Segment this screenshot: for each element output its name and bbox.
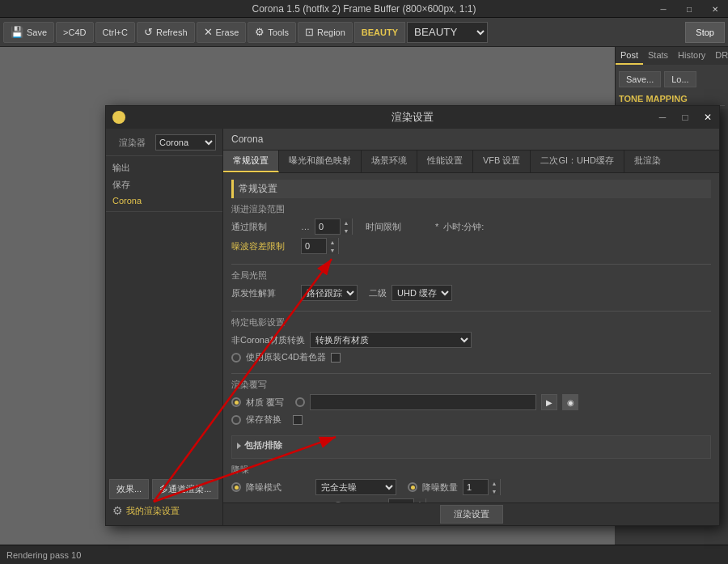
c4d-shader-checkbox[interactable] bbox=[331, 353, 341, 363]
modal-bottom-bar: 渲染设置 bbox=[223, 503, 719, 525]
minimize-button[interactable]: ─ bbox=[650, 0, 676, 18]
noise-limit-label: 噪波容差限制 bbox=[231, 240, 296, 252]
divider2 bbox=[231, 311, 711, 312]
tab-history[interactable]: History bbox=[673, 47, 710, 65]
tone-mapping-header: TONE MAPPING bbox=[619, 92, 725, 106]
save-btn[interactable]: Save... bbox=[619, 71, 661, 87]
modal-title: 渲染设置 bbox=[392, 110, 434, 125]
tab-batch[interactable]: 批渲染 bbox=[624, 151, 671, 172]
material-override-dot2[interactable] bbox=[295, 397, 305, 407]
tab-vfb[interactable]: VFB 设置 bbox=[473, 151, 531, 172]
noise-up[interactable]: ▲ bbox=[327, 238, 338, 246]
denoise-mode-row: 降噪模式 完全去噪 降噪数量 1 ▲ ▼ bbox=[231, 479, 711, 495]
modal-close[interactable]: ✕ bbox=[696, 106, 719, 129]
tab-tone-mapping[interactable]: 曝光和颜色映射 bbox=[279, 151, 362, 172]
ctrlc-button[interactable]: Ctrl+C bbox=[95, 22, 135, 43]
tools-icon: ⚙ bbox=[255, 26, 265, 38]
sidebar-item-corona[interactable]: Corona bbox=[106, 193, 222, 208]
include-exclude-header: 包括/排除 bbox=[237, 439, 705, 452]
modal-minimize[interactable]: ─ bbox=[651, 106, 674, 129]
renderer-label: 渲染器 bbox=[112, 134, 152, 151]
include-exclude-toggle[interactable] bbox=[237, 443, 241, 449]
material-override-radio[interactable] bbox=[231, 397, 241, 407]
pass-limit-title: 渐进渲染范围 bbox=[231, 203, 711, 215]
sidebar-item-save[interactable]: 保存 bbox=[106, 176, 222, 193]
render-overwrite-group: 渲染覆写 材质 覆写 ▶ ◉ 保存替换 bbox=[231, 379, 711, 426]
stop-button[interactable]: Stop bbox=[685, 22, 725, 43]
tab-uhd[interactable]: 二次GI：UHD缓存 bbox=[531, 151, 624, 172]
tab-dr[interactable]: DR bbox=[710, 47, 728, 65]
noise-arrows: ▲ ▼ bbox=[326, 238, 338, 254]
material-override-row: 材质 覆写 ▶ ◉ bbox=[231, 394, 711, 410]
beauty-dropdown[interactable]: BEAUTY bbox=[407, 22, 488, 43]
gear-icon: ⚙ bbox=[112, 504, 123, 517]
tab-stats[interactable]: Stats bbox=[643, 47, 673, 65]
noise-down[interactable]: ▼ bbox=[327, 246, 338, 254]
maximize-button[interactable]: □ bbox=[676, 0, 702, 18]
modal-title-bar: 渲染设置 ─ □ ✕ bbox=[106, 106, 719, 129]
sidebar-item-output[interactable]: 输出 bbox=[106, 159, 222, 176]
modal-controls: ─ □ ✕ bbox=[651, 106, 719, 129]
material-convert-row: 非Corona材质转换 转换所有材质 bbox=[231, 332, 711, 348]
region-button[interactable]: ⊡ Region bbox=[298, 22, 353, 43]
region-icon: ⊡ bbox=[305, 26, 314, 38]
modal-main-content: Corona 常规设置 曝光和颜色映射 场景环境 性能设置 VFB 设置 二次G… bbox=[223, 129, 719, 525]
include-exclude-title: 包括/排除 bbox=[244, 439, 282, 452]
effects-button[interactable]: 效果... bbox=[109, 479, 149, 499]
modal-body: 渲染器 Corona 输出 保存 Corona 效果... 多通道渲染... ⚙… bbox=[106, 129, 719, 525]
render-overwrite-title: 渲染覆写 bbox=[231, 379, 711, 391]
c4d-shader-label: 使用原装C4D着色器 bbox=[246, 351, 326, 363]
material-override-arrow[interactable]: ▶ bbox=[541, 394, 557, 410]
global-illumination-title: 全局光照 bbox=[231, 269, 711, 282]
primary-solver-row: 原发性解算 路径跟踪 二级 UHD 缓存 bbox=[231, 285, 711, 301]
pass-limit-spinner[interactable]: 0 ▲ ▼ bbox=[315, 218, 353, 235]
multi-pass-button[interactable]: 多通道渲染... bbox=[152, 479, 218, 499]
tab-performance[interactable]: 性能设置 bbox=[417, 151, 473, 172]
denoise-count-down[interactable]: ▼ bbox=[489, 487, 500, 495]
refresh-button[interactable]: ↺ Refresh bbox=[137, 22, 195, 43]
c4d-shader-radio[interactable] bbox=[231, 353, 241, 363]
tab-general[interactable]: 常规设置 bbox=[223, 151, 279, 172]
material-override-action[interactable]: ◉ bbox=[562, 394, 578, 410]
tools-button[interactable]: ⚙ Tools bbox=[248, 22, 296, 43]
secondary-label: 二级 bbox=[369, 287, 387, 299]
c4d-button[interactable]: >C4D bbox=[56, 22, 93, 43]
denoise-count-up[interactable]: ▲ bbox=[489, 479, 500, 487]
save-replace-checkbox[interactable] bbox=[293, 415, 303, 425]
denoising-group: 降噪 降噪模式 完全去噪 降噪数量 1 ▲ ▼ bbox=[231, 464, 711, 503]
spinner-down[interactable]: ▼ bbox=[341, 227, 352, 235]
close-button[interactable]: ✕ bbox=[702, 0, 728, 18]
denoise-count-radio[interactable] bbox=[408, 482, 417, 492]
spinner-up[interactable]: ▲ bbox=[341, 218, 352, 227]
primary-solver-select[interactable]: 路径跟踪 bbox=[301, 285, 358, 301]
denoise-mode-radio[interactable] bbox=[231, 482, 241, 492]
pass-limit-value: 0 bbox=[315, 222, 340, 231]
title-bar: Corona 1.5 (hotfix 2) Frame Buffer (800×… bbox=[0, 0, 728, 18]
time-hint: 小时:分钟: bbox=[443, 221, 484, 233]
pass-limit-label: 通过限制 bbox=[231, 221, 296, 233]
erase-button[interactable]: ✕ Erase bbox=[197, 22, 247, 43]
window-controls: ─ □ ✕ bbox=[650, 0, 728, 18]
noise-spinner[interactable]: 0 ▲ ▼ bbox=[301, 238, 339, 254]
my-settings-link[interactable]: 我的渲染设置 bbox=[126, 505, 180, 517]
load-btn[interactable]: Lo... bbox=[664, 71, 696, 87]
save-button[interactable]: 💾 Save bbox=[3, 22, 54, 43]
denoise-count-value: 1 bbox=[463, 482, 488, 492]
my-settings-row: ⚙ 我的渲染设置 bbox=[109, 503, 219, 519]
material-override-input[interactable] bbox=[310, 394, 536, 410]
render-settings-modal: 渲染设置 ─ □ ✕ 渲染器 Corona 输出 保存 Corona 效果... bbox=[105, 105, 720, 526]
renderer-select[interactable]: Corona bbox=[155, 134, 216, 151]
save-replace-radio[interactable] bbox=[231, 415, 241, 425]
render-settings-bottom-btn[interactable]: 渲染设置 bbox=[440, 505, 503, 524]
tab-post[interactable]: Post bbox=[616, 47, 643, 65]
denoise-mode-select[interactable]: 完全去噪 bbox=[315, 479, 396, 495]
material-convert-select[interactable]: 转换所有材质 bbox=[310, 332, 472, 348]
sidebar-separator bbox=[106, 155, 222, 156]
modal-maximize[interactable]: □ bbox=[674, 106, 696, 129]
denoise-count-spinner[interactable]: 1 ▲ ▼ bbox=[463, 479, 501, 495]
material-override-label: 材质 覆写 bbox=[246, 396, 284, 409]
secondary-solver-select[interactable]: UHD 缓存 bbox=[392, 285, 452, 301]
tab-scene-env[interactable]: 场景环境 bbox=[362, 151, 417, 172]
time-limit-label: 时间限制 bbox=[366, 221, 430, 233]
sidebar-separator2 bbox=[106, 211, 222, 212]
